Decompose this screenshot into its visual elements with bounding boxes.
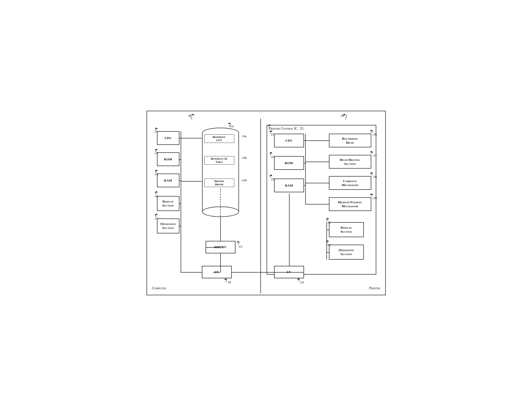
- carriage-box: CarriageMechanism: [329, 176, 371, 190]
- ref-lut-block: ReferenceLUT: [204, 134, 234, 143]
- arrow-18: [224, 278, 232, 283]
- conn-ram-r: [304, 185, 305, 186]
- conn-if-l-v: [181, 233, 181, 272]
- arrow-33: [324, 240, 330, 244]
- conn-oper-l: [179, 226, 181, 226]
- right-disp-op-bus: [326, 222, 327, 260]
- arrow-24: [297, 278, 303, 282]
- arrow-15: [237, 240, 244, 245]
- arrow-32: [324, 217, 330, 222]
- arrow-10: [184, 113, 197, 121]
- ram-left-box: RAM: [157, 174, 179, 187]
- conn-op-r: [326, 252, 329, 253]
- arrow-16: [152, 191, 159, 196]
- conn-mfm: [305, 204, 329, 204]
- conn-if-l-h: [181, 272, 202, 273]
- conn-disp-r: [326, 230, 329, 230]
- operation-right-box: OperationSection: [329, 245, 364, 260]
- ref-14b: -14b: [241, 156, 247, 160]
- cpu-right-box: CPU: [274, 134, 304, 147]
- display-right-box: DisplaySection: [329, 222, 364, 237]
- printer-driver-block: PrinterDriver: [204, 179, 234, 187]
- arrow-11: [152, 126, 159, 132]
- arrow-28: [370, 172, 376, 176]
- display-left-box: DisplaySection: [157, 196, 179, 211]
- conn-v-to-periph1: [305, 140, 329, 141]
- conn-hddrv-line: [206, 247, 221, 248]
- conn-ic-inner-if: [289, 272, 304, 273]
- operation-left-box: OperationSection: [157, 218, 179, 233]
- conn-hds: [305, 162, 329, 162]
- conn-bus-cyl-top: [181, 138, 202, 138]
- conn-if-r-h: [274, 272, 289, 273]
- printer-control-label: Printer Control IC 25: [269, 127, 304, 131]
- cpu-left-box: CPU: [157, 131, 179, 145]
- medium-feeding-box: Medium FeedingMechanism: [329, 197, 371, 211]
- right-bus-ext: [305, 194, 306, 204]
- conn-ram-l: [179, 180, 181, 181]
- arrow-25: [265, 124, 273, 129]
- arrow-12: [152, 148, 159, 153]
- conn-hddrv-if-h: [213, 272, 221, 273]
- ref-14d: -14d: [241, 179, 247, 182]
- arrow-22: [267, 152, 274, 156]
- conn-cyl-hddrv: [220, 217, 221, 241]
- conn-disp-l: [179, 203, 181, 204]
- arrow-27: [370, 151, 376, 155]
- conn-rom-l: [179, 159, 181, 160]
- arrow-23: [267, 174, 274, 179]
- conn-if-if: [232, 272, 274, 273]
- conn-bus-cyl-mid: [181, 181, 202, 182]
- main-diagram: 10 20 CPU -11 ROM -12 RAM -13 DisplaySec…: [147, 111, 386, 295]
- conn-rom-r: [304, 163, 305, 163]
- arrow-14: [224, 121, 234, 127]
- left-bus-line: [181, 131, 181, 233]
- conn-ic-if: [289, 194, 290, 266]
- arrow-21: [267, 130, 274, 134]
- arrow-13: [152, 169, 159, 174]
- right-bus-v: [305, 134, 306, 194]
- ram-right-box: RAM: [274, 179, 304, 192]
- printer-label: Printer: [369, 286, 380, 290]
- ref-sl-block: Reference SLTable: [204, 156, 234, 165]
- head-driving-box: Head DrivingSection: [329, 155, 371, 169]
- recording-head-box: RecordingHead: [329, 134, 371, 147]
- conn-cm: [305, 183, 329, 183]
- rom-right-box: ROM: [274, 156, 304, 170]
- rom-left-box: ROM: [157, 152, 179, 166]
- main-divider: [260, 119, 261, 293]
- computer-label: Computer: [152, 286, 166, 290]
- arrow-29: [370, 193, 376, 198]
- conn-hddrv-if: [220, 253, 221, 272]
- arrow-26: [370, 129, 376, 134]
- arrow-17: [152, 213, 159, 218]
- ref-14a: -14a: [241, 134, 246, 138]
- dashed-cyl-line: [220, 189, 221, 218]
- arrow-20: [340, 113, 353, 121]
